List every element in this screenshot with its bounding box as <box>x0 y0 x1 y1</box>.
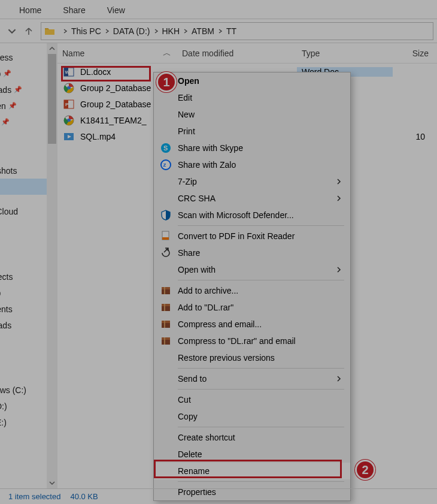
svg-text:P: P <box>65 102 69 107</box>
menu-item[interactable]: Compress to "DL.rar" and email <box>154 333 350 349</box>
menu-item-label: 7-Zip <box>178 177 197 186</box>
foxit-icon <box>160 230 172 242</box>
crumb-data-d[interactable]: DATA (D:) <box>113 26 150 36</box>
tab-home[interactable]: Home <box>8 2 52 19</box>
share-icon <box>160 247 172 259</box>
file-type-icon <box>63 115 74 126</box>
nav-up-button[interactable] <box>20 23 37 40</box>
annotation-box-file <box>61 66 151 82</box>
menu-item[interactable]: Edit <box>154 89 350 106</box>
menu-item[interactable]: CRC SHA <box>154 190 350 207</box>
menu-item[interactable]: ZShare with Zalo <box>154 156 350 173</box>
pin-icon: 📌 <box>3 70 11 77</box>
menu-item-label: Create shortcut <box>178 433 235 442</box>
crumb-hkh[interactable]: HKH <box>162 26 180 36</box>
menu-item[interactable]: Create shortcut <box>154 429 350 446</box>
menu-separator <box>178 368 344 369</box>
tab-view[interactable]: View <box>96 2 136 19</box>
menu-item[interactable]: Open <box>154 73 350 89</box>
menu-item-label: Delete <box>178 449 202 459</box>
scroll-down-button[interactable] <box>47 478 57 488</box>
svg-text:S: S <box>163 144 168 152</box>
scroll-thumb[interactable] <box>48 54 56 144</box>
menu-item-label: Compress to "DL.rar" and email <box>178 336 296 346</box>
svg-rect-28 <box>164 337 165 345</box>
menu-item-label: Scan with Microsoft Defender... <box>178 210 294 220</box>
crumb-atbm[interactable]: ATBM <box>192 26 214 36</box>
menu-item[interactable]: Convert to PDF in Foxit Reader <box>154 228 350 245</box>
menu-item[interactable]: Add to "DL.rar" <box>154 299 350 316</box>
menu-item[interactable]: Compress and email... <box>154 316 350 333</box>
crumb-this-pc[interactable]: This PC <box>71 26 101 36</box>
menu-item[interactable]: SShare with Skype <box>154 140 350 156</box>
svg-rect-21 <box>162 304 170 306</box>
breadcrumb[interactable]: This PC DATA (D:) HKH ATBM TT <box>41 22 433 40</box>
skype-icon: S <box>160 142 172 154</box>
svg-rect-27 <box>162 337 170 340</box>
svg-text:Z: Z <box>163 162 166 168</box>
menu-item[interactable]: Cut <box>154 391 350 408</box>
menu-item-label: CRC SHA <box>178 194 216 203</box>
scroll-up-button[interactable] <box>47 43 57 54</box>
file-type-icon <box>63 83 74 93</box>
rar-icon <box>160 301 172 313</box>
menu-item[interactable]: Copy <box>154 408 350 425</box>
chevron-right-icon <box>336 177 342 186</box>
col-date[interactable]: Date modified <box>177 49 297 58</box>
menu-separator <box>178 481 344 482</box>
chevron-right-icon <box>218 29 223 34</box>
rar-icon <box>160 318 172 330</box>
status-selection: 1 item selected <box>8 492 60 501</box>
menu-item[interactable]: Restore previous versions <box>154 349 350 366</box>
file-type-icon <box>63 131 74 142</box>
menu-item-label: Open <box>178 76 199 86</box>
menu-item-label: Send to <box>178 374 207 384</box>
menu-item[interactable]: 7-Zip <box>154 173 350 190</box>
menu-item-label: Restore previous versions <box>178 353 275 363</box>
menu-item[interactable]: Send to <box>154 370 350 387</box>
annotation-badge-2: 2 <box>355 460 375 480</box>
menu-item-label: Convert to PDF in Foxit Reader <box>178 231 295 241</box>
menu-item[interactable]: Share <box>154 245 350 261</box>
menu-item[interactable]: Add to archive... <box>154 282 350 299</box>
column-headers: Name︿ Date modified Type Size <box>57 43 437 64</box>
svg-rect-16 <box>162 237 169 240</box>
file-name: SQL.mp4 <box>80 132 116 141</box>
context-menu: OpenEditNewPrintSShare with SkypeZShare … <box>153 72 351 501</box>
menu-item[interactable]: New <box>154 106 350 123</box>
nav-dropdown[interactable] <box>4 23 20 40</box>
menu-item[interactable]: Scan with Microsoft Defender... <box>154 207 350 224</box>
file-name: K18411_TEAM2_ <box>80 116 147 125</box>
menu-separator <box>178 389 344 390</box>
menu-item-label: Cut <box>178 395 191 405</box>
annotation-badge-1: 1 <box>156 72 177 92</box>
ribbon-tabs: Home Share View <box>0 0 437 19</box>
folder-icon <box>44 25 56 37</box>
menu-item-label: Open with <box>178 265 216 274</box>
pin-icon: 📌 <box>1 118 10 126</box>
menu-separator <box>178 427 344 427</box>
defender-icon <box>160 209 172 221</box>
svg-rect-19 <box>164 287 165 294</box>
menu-item-label: Compress and email... <box>178 319 262 329</box>
rar-icon <box>160 335 172 347</box>
tab-share[interactable]: Share <box>52 2 96 19</box>
address-bar: This PC DATA (D:) HKH ATBM TT <box>0 19 437 43</box>
sidebar: ck accessesktop📌ownloads📌ocumen📌ctures📌T… <box>0 43 57 488</box>
menu-item[interactable]: Open with <box>154 261 350 278</box>
menu-item[interactable]: Print <box>154 123 350 140</box>
svg-rect-25 <box>164 321 165 328</box>
menu-item-label: Share with Zalo <box>178 160 236 170</box>
sidebar-scrollbar[interactable] <box>47 43 57 488</box>
menu-item-label: Share with Skype <box>178 143 243 153</box>
menu-item-label: Print <box>178 126 195 136</box>
col-size[interactable]: Size <box>393 49 429 58</box>
chevron-right-icon <box>183 29 188 34</box>
file-name: Group 2_Database <box>80 99 151 109</box>
svg-rect-18 <box>162 287 170 289</box>
crumb-tt[interactable]: TT <box>226 26 236 36</box>
col-type[interactable]: Type <box>297 49 393 58</box>
col-name[interactable]: Name︿ <box>57 48 177 59</box>
chevron-right-icon <box>336 374 342 384</box>
menu-item-label: Copy <box>178 412 198 421</box>
